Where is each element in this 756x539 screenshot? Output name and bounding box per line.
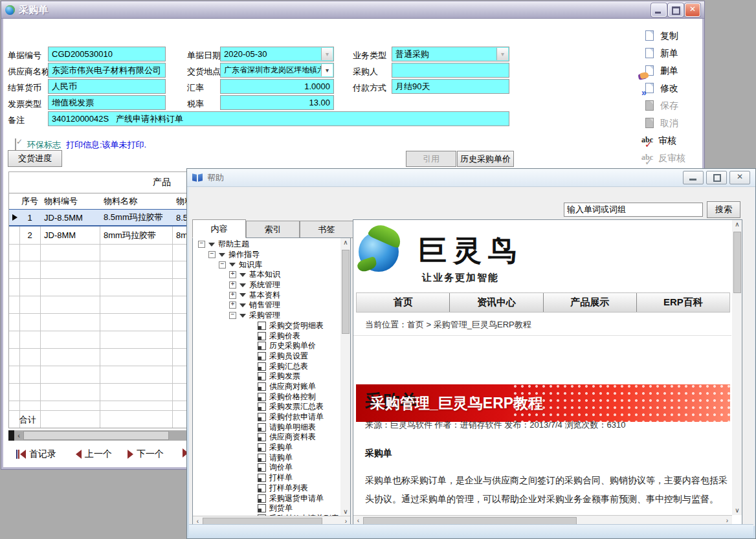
help-window-titlebar[interactable]: 帮助 [187, 169, 755, 187]
scroll-left-icon[interactable]: ‹ [14, 432, 23, 439]
payment-field[interactable]: 月结90天 [392, 79, 509, 94]
scrollbar-thumb[interactable] [342, 250, 350, 334]
scroll-down-icon[interactable]: ∨ [341, 507, 351, 516]
col-header[interactable]: 物料编号 [44, 193, 78, 209]
minimize-icon[interactable] [651, 3, 667, 17]
tree-leaf[interactable]: 供应商资料表 [193, 432, 340, 443]
tree-leaf[interactable]: 到货单 [193, 503, 340, 514]
expand-icon[interactable] [229, 302, 236, 309]
page-icon [258, 413, 266, 421]
scroll-up-icon[interactable]: ∧ [733, 220, 742, 229]
delivery-progress-button[interactable]: 交货进度 [8, 150, 62, 167]
tree-leaf[interactable]: 打样单 [193, 473, 340, 483]
tree-node[interactable]: 基本知识 [193, 270, 340, 280]
copy-button[interactable]: 复制 [643, 30, 678, 42]
tax-rate-field[interactable]: 13.00 [220, 95, 334, 110]
save-button[interactable]: 保存 [643, 100, 678, 112]
search-button[interactable]: 搜索 [707, 201, 740, 218]
scrollbar-thumb[interactable] [23, 431, 169, 440]
biz-type-combo[interactable]: 普通采购 ▾ [392, 47, 509, 61]
main-window-titlebar[interactable]: 采购单 [1, 1, 704, 19]
first-record-button[interactable]: 首记录 [16, 448, 56, 460]
history-price-button[interactable]: 历史采购单价 [457, 151, 514, 167]
tree-leaf[interactable]: 询价单 [193, 463, 340, 473]
collapse-icon[interactable] [229, 312, 236, 319]
breadcrumb[interactable]: 当前位置：首页 > 采购管理_巨灵鸟ERP教程 [365, 319, 531, 331]
tree-leaf[interactable]: 采购单 [193, 443, 340, 453]
delivery-place-combo[interactable]: 广东省深圳市龙岗区坪地镇六 ▾ [220, 63, 334, 78]
minimize-icon[interactable] [683, 171, 704, 184]
tree-leaf[interactable]: 历史采购单价 [193, 341, 340, 351]
search-input[interactable] [564, 203, 703, 217]
tree-leaf[interactable]: 供应商对账单 [193, 382, 340, 392]
tree-leaf[interactable]: 采购价格控制 [193, 391, 340, 402]
nav-products[interactable]: 产品展示 [544, 293, 637, 312]
expand-icon[interactable] [229, 271, 236, 278]
supplier-field[interactable]: 东莞市伟兴电子材料有限公司 [48, 63, 166, 78]
tree-node[interactable]: 操作指导 [193, 250, 340, 260]
tree-node[interactable]: 帮助主题 [193, 239, 340, 250]
scrollbar-thumb[interactable] [733, 232, 741, 293]
tab-contents[interactable]: 内容 [192, 219, 246, 238]
tree-node[interactable]: 采购管理 [193, 311, 340, 321]
modify-button[interactable]: » 修改 [643, 83, 678, 94]
tree-leaf[interactable]: 采购价表 [193, 331, 340, 341]
tree-vertical-scrollbar[interactable]: ∧ ∨ [340, 238, 351, 516]
doc-date-field[interactable]: 2020-05-30 ▾ [220, 47, 334, 61]
collapse-icon[interactable] [198, 241, 205, 248]
exchange-rate-field[interactable]: 1.0000 [220, 79, 334, 94]
tree-node[interactable]: 知识库 [193, 259, 340, 270]
scroll-up-icon[interactable]: ∧ [341, 238, 351, 247]
prev-record-button[interactable]: 上一个 [76, 448, 112, 460]
new-doc-button[interactable]: 新单 [643, 48, 678, 60]
tab-index[interactable]: 索引 [246, 221, 300, 238]
chevron-down-icon[interactable]: ▾ [321, 48, 333, 60]
tree-leaf[interactable]: 采购交货明细表 [193, 321, 340, 331]
scroll-down-icon[interactable]: ∨ [733, 506, 742, 515]
tree-leaf[interactable]: 请购单 [193, 452, 340, 463]
product-band-title: 产品 [153, 177, 171, 188]
unapprove-button[interactable]: abc✓ 反审核 [641, 153, 685, 164]
tree-leaf[interactable]: 采购员设置 [193, 351, 340, 362]
close-icon[interactable] [685, 3, 700, 17]
tab-bookmarks[interactable]: 书签 [300, 221, 353, 238]
tree-leaf[interactable]: 请购单明细表 [193, 422, 340, 432]
doc-no-field[interactable]: CGD200530010 [48, 47, 166, 61]
quote-button[interactable]: 引用 [406, 151, 456, 167]
tree-leaf[interactable]: 采购退货申请单 [193, 493, 340, 503]
expanded-triangle-icon [208, 243, 215, 247]
table-horizontal-scrollbar[interactable]: ‹ [8, 430, 190, 441]
close-icon[interactable] [729, 171, 750, 184]
approve-button[interactable]: abc✓ 审核 [641, 135, 676, 147]
eco-checkbox[interactable] [15, 138, 16, 151]
chevron-down-icon[interactable]: ▾ [321, 64, 333, 76]
col-header[interactable]: 序号 [19, 193, 40, 209]
col-header[interactable]: 物料名称 [104, 193, 137, 209]
tree-node[interactable]: 系统管理 [193, 280, 340, 291]
buyer-field[interactable] [392, 63, 509, 78]
tree-leaf[interactable]: 采购发票 [193, 371, 340, 382]
next-record-button[interactable]: 下一个 [128, 448, 164, 460]
expand-icon[interactable] [229, 292, 236, 299]
currency-field[interactable]: 人民币 [48, 79, 166, 94]
maximize-icon[interactable] [668, 3, 684, 17]
tree-node[interactable]: 销售管理 [193, 300, 340, 311]
collapse-icon[interactable] [208, 251, 216, 258]
cancel-button[interactable]: 取消 [643, 118, 678, 129]
tree-node[interactable]: 基本资料 [193, 290, 340, 300]
chevron-down-icon[interactable]: ▾ [496, 48, 508, 60]
nav-erp-wiki[interactable]: ERP百科 [637, 293, 729, 312]
delete-doc-button[interactable]: 删单 [643, 65, 678, 77]
collapse-icon[interactable] [219, 261, 226, 269]
tree-leaf[interactable]: 采购发票汇总表 [193, 402, 340, 412]
invoice-type-field[interactable]: 增值税发票 [48, 95, 166, 110]
tree-leaf[interactable]: 采购汇总表 [193, 361, 340, 371]
nav-home[interactable]: 首页 [357, 293, 450, 312]
maximize-icon[interactable] [706, 171, 727, 184]
remark-field[interactable]: 34012000042S 产线申请补料订单 [48, 111, 509, 126]
nav-news[interactable]: 资讯中心 [450, 293, 543, 312]
expand-icon[interactable] [229, 281, 236, 289]
tree-leaf[interactable]: 采购付款申请单 [193, 412, 340, 423]
content-vertical-scrollbar[interactable]: ∧ ∨ [732, 220, 742, 515]
tree-leaf[interactable]: 打样单列表 [193, 483, 340, 494]
